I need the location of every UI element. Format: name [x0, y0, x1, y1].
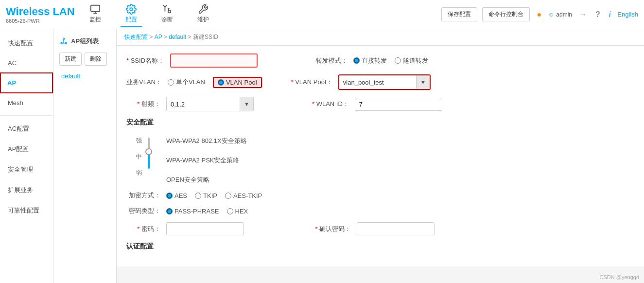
tree-item-default[interactable]: default [53, 69, 116, 84]
radio-freq-select[interactable]: 0,1,2 ▼ [166, 97, 254, 111]
sidebar-item-extend[interactable]: 扩展业务 [0, 180, 53, 200]
radio-freq-label: 射频： [126, 100, 160, 108]
language-english[interactable]: English [617, 11, 638, 18]
content-area: 快速配置 > AP > default > 新建SSID SSID名称： 转发模… [117, 29, 644, 283]
sidebar: 快速配置 AC AP Mesh AC配置 AP配置 安全管理 扩展业务 可靠性配… [0, 29, 53, 283]
security-option-strong: WPA-WPA2 802.1X安全策略 [166, 137, 247, 145]
password-input[interactable] [166, 222, 244, 235]
save-config-button[interactable]: 保存配置 [441, 7, 477, 21]
breadcrumb-sep3: > [188, 34, 193, 40]
encrypt-label: 加密方式： [126, 191, 160, 200]
nav-item-config[interactable]: 配置 [121, 2, 142, 27]
ssid-input[interactable] [170, 53, 258, 68]
nav-diagnose-label: 诊断 [161, 16, 173, 24]
security-slider-area: 强 中 弱 WPA-WPA2 802.1X安全策略 [126, 135, 634, 184]
maintain-icon [198, 4, 209, 15]
pass-phrase-option[interactable]: PASS-PHRASE [166, 208, 219, 215]
forward-tunnel-radio[interactable] [395, 57, 401, 64]
brand-wireless: Wireless [6, 5, 50, 18]
encrypt-row: 加密方式： AES TKIP AES-TKIP [126, 191, 634, 200]
breadcrumb-quick[interactable]: 快速配置 [124, 34, 148, 40]
info-icon[interactable]: i [607, 10, 613, 19]
forward-tunnel-label: 隧道转发 [403, 56, 428, 65]
user-icon: ☺ [548, 11, 554, 18]
nav-item-maintain[interactable]: 维护 [192, 2, 214, 27]
breadcrumb: 快速配置 > AP > default > 新建SSID [117, 29, 644, 46]
single-vlan-option[interactable]: 单个VLAN [168, 78, 205, 87]
single-vlan-label: 单个VLAN [176, 78, 205, 87]
sidebar-item-quick[interactable]: 快速配置 [0, 33, 53, 53]
nav-item-monitor[interactable]: 监控 [85, 2, 106, 27]
form-area: SSID名称： 转发模式： 直接转发 隧道转发 [117, 46, 644, 266]
password-type-group: PASS-PHRASE HEX [166, 208, 248, 215]
security-mid-desc: WPA-WPA2 PSK安全策略 [166, 156, 239, 165]
header: Wireless LAN 6605-26-PWR 监控 配置 诊断 [0, 0, 644, 29]
nav-item-diagnose[interactable]: 诊断 [157, 2, 178, 27]
breadcrumb-default[interactable]: default [169, 34, 186, 40]
ap-group-icon [59, 37, 68, 46]
vlan-pool-field-label: VLAN Pool： [291, 78, 332, 87]
breadcrumb-sep2: > [164, 34, 169, 40]
encrypt-aes-tkip-option[interactable]: AES-TKIP [225, 192, 262, 199]
breadcrumb-sep1: > [149, 34, 154, 40]
vlan-pool-option[interactable]: VLAN Pool [213, 77, 262, 88]
wlan-id-label: WLAN ID： [312, 100, 349, 108]
security-section-title: 安全配置 [126, 118, 634, 129]
hex-option[interactable]: HEX [227, 208, 248, 215]
sidebar-item-ac[interactable]: AC [0, 53, 53, 72]
delete-button[interactable]: 删除 [85, 53, 107, 66]
svg-point-1 [130, 8, 133, 11]
brand-lan: LAN [50, 5, 74, 18]
radio-freq-value: 0,1,2 [167, 98, 240, 110]
vlan-type-group: 单个VLAN VLAN Pool [168, 77, 262, 88]
forward-label: 转发模式： [316, 56, 348, 65]
hex-radio[interactable] [227, 208, 233, 214]
sidebar-item-reliable[interactable]: 可靠性配置 [0, 200, 53, 221]
nav-monitor-label: 监控 [89, 16, 101, 24]
logout-icon[interactable]: → [577, 10, 589, 19]
vlan-pool-arrow[interactable]: ▼ [416, 75, 430, 89]
sidebar-item-ac-config[interactable]: AC配置 [0, 119, 53, 139]
slider-strong-label: 强 [136, 137, 142, 145]
forward-direct-label: 直接转发 [362, 56, 387, 65]
secondary-header-title: AP组列表 [71, 37, 99, 46]
vlan-pool-select[interactable]: vlan_pool_test ▼ [338, 74, 431, 90]
vlan-pool-radio[interactable] [218, 79, 224, 86]
hex-label: HEX [235, 208, 248, 215]
radio-freq-arrow[interactable]: ▼ [240, 97, 253, 111]
slider-options: WPA-WPA2 802.1X安全策略 WPA-WPA2 PSK安全策略 OPE… [166, 135, 247, 184]
encrypt-aes-option[interactable]: AES [166, 192, 187, 199]
sidebar-item-mesh[interactable]: Mesh [0, 93, 53, 112]
forward-direct-option[interactable]: 直接转发 [353, 56, 387, 65]
vlan-label: 业务VLAN： [126, 78, 162, 87]
encrypt-aes-radio[interactable] [166, 193, 173, 199]
security-weak-desc: OPEN安全策略 [166, 176, 209, 184]
admin-user: ☺ admin [548, 11, 572, 18]
slider-thumb[interactable] [145, 148, 152, 155]
vlan-pool-label: VLAN Pool [226, 79, 257, 86]
encrypt-aes-tkip-radio[interactable] [225, 193, 231, 199]
encrypt-tkip-option[interactable]: TKIP [195, 192, 217, 199]
encrypt-tkip-radio[interactable] [195, 193, 201, 199]
watermark: CSDN @yenggd [600, 274, 639, 280]
wlan-id-input[interactable] [355, 98, 442, 111]
sidebar-item-security[interactable]: 安全管理 [0, 159, 53, 180]
confirm-password-label: 确认密码： [312, 225, 351, 233]
notification-icon[interactable]: ● [535, 10, 543, 19]
config-icon [126, 4, 137, 15]
confirm-password-input[interactable] [357, 222, 435, 235]
encrypt-group: AES TKIP AES-TKIP [166, 192, 262, 199]
breadcrumb-ap[interactable]: AP [155, 34, 162, 40]
slider-weak-label: 弱 [136, 169, 142, 177]
forward-direct-radio[interactable] [353, 57, 360, 64]
sidebar-item-ap-config[interactable]: AP配置 [0, 139, 53, 159]
security-strong-desc: WPA-WPA2 802.1X安全策略 [166, 137, 247, 145]
forward-tunnel-option[interactable]: 隧道转发 [395, 56, 428, 65]
sidebar-item-ap[interactable]: AP [0, 72, 53, 93]
single-vlan-radio[interactable] [168, 79, 174, 86]
new-button[interactable]: 新建 [59, 53, 82, 66]
cmd-console-button[interactable]: 命令行控制台 [482, 7, 530, 21]
pass-phrase-radio[interactable] [166, 208, 173, 214]
help-icon[interactable]: ? [593, 10, 602, 19]
brand-title: Wireless LAN [6, 5, 75, 18]
